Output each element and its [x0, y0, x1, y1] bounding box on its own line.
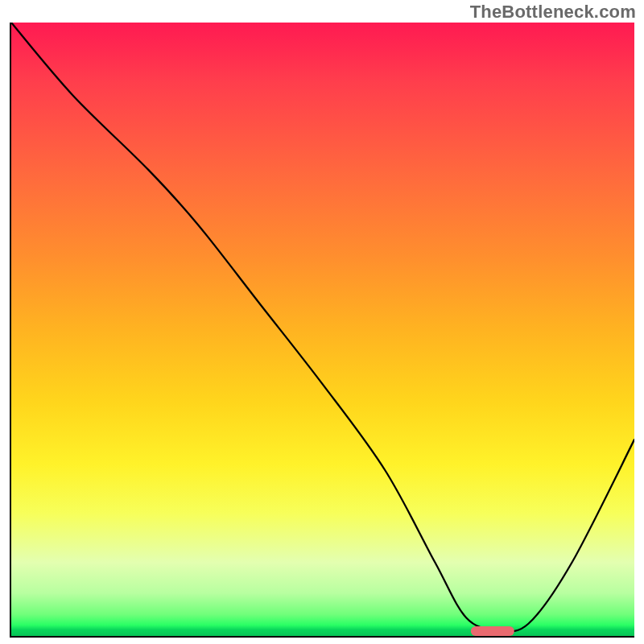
plot-area: [10, 23, 634, 638]
bottleneck-curve-line: [11, 23, 634, 636]
bottleneck-chart: TheBottleneck.com: [0, 0, 644, 644]
watermark-text: TheBottleneck.com: [470, 2, 636, 23]
optimal-range-marker: [470, 626, 514, 636]
